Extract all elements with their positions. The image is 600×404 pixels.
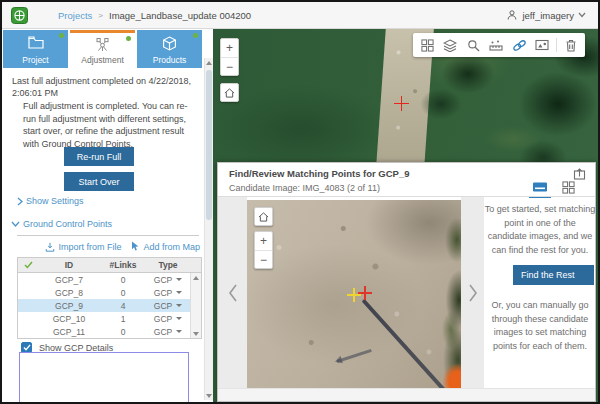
type-dropdown[interactable]: GCP [146,327,190,337]
breadcrumb: Projects > Image_Landbase_update 004200 [58,10,251,21]
cursor-icon [131,241,140,252]
layers-icon[interactable] [441,36,459,54]
app-window: Projects > Image_Landbase_update 004200 … [0,0,600,404]
col-id: ID [38,260,100,270]
gcp-section-toggle[interactable]: Ground Control Points [11,219,112,229]
tab-products-label: Products [137,55,202,65]
gcp-table-header: ID #Links Type [18,258,201,273]
table-row[interactable]: GCP_80 GCP [18,286,201,299]
type-dropdown[interactable]: GCP [146,314,190,324]
show-settings-label: Show Settings [26,196,84,206]
table-row-selected[interactable]: GCP_94 GCP [18,299,201,312]
table-row[interactable]: GCP_110 GCP [18,325,201,338]
arrow-shadow [337,349,372,363]
scroll-down-arrow[interactable] [205,391,213,400]
col-type: Type [146,260,190,270]
image-home-button[interactable] [254,207,273,226]
type-dropdown[interactable]: GCP [146,301,190,311]
table-row[interactable]: GCP_70 GCP [18,273,201,286]
panel-scrollbar[interactable] [204,58,213,400]
instructions-column: To get started, set matching point in on… [484,203,596,257]
scroll-up-arrow[interactable] [205,58,213,67]
panel-title: Find/Review Matching Points for GCP_9 [229,168,410,179]
gcp-table: ID #Links Type GCP_70 GCP GCP_80 GCP GCP… [17,257,202,339]
home-icon [224,88,235,98]
view-toggles [531,179,577,195]
panel-tabs: Project Adjustment [3,30,202,68]
status-dot [193,33,198,38]
candidate-image[interactable]: + − [247,200,461,390]
tab-project-label: Project [3,55,68,65]
col-links: #Links [100,260,146,270]
table-scrollbar[interactable] [190,273,201,338]
rerun-full-button[interactable]: Re-run Full [64,147,134,166]
browse-images-icon[interactable] [418,36,436,54]
tab-products[interactable]: Products [137,30,202,68]
panel-footer [218,388,595,401]
gcp-links-icon[interactable] [510,36,528,54]
tab-project[interactable]: Project [3,30,68,68]
find-the-rest-button[interactable]: Find the Rest [513,265,594,285]
tab-adjustment-label: Adjustment [70,55,135,65]
import-from-file-link[interactable]: Import from File [45,241,121,252]
image-vegetation [431,200,461,390]
table-row[interactable]: GCP_101 GCP [18,312,201,325]
dropdown-caret-icon [176,330,182,333]
user-menu[interactable]: jeff_imagery [506,9,586,21]
home-icon [258,212,269,222]
toolbar-separator [556,38,557,52]
show-settings-link[interactable]: Show Settings [17,196,84,206]
esri-logo[interactable] [11,7,28,24]
zoom-in-button[interactable]: + [221,39,238,57]
gcp-photo-placeholder [19,352,189,404]
dropdown-caret-icon [176,291,182,294]
tab-adjustment[interactable]: Adjustment [70,30,135,68]
project-title: Image_Landbase_update 004200 [109,10,251,21]
single-image-view-toggle[interactable] [531,179,549,195]
adjustment-status: Last full adjustment completed on 4/22/2… [12,75,204,99]
image-enhancement-icon[interactable] [533,36,551,54]
zoom-in-button[interactable]: + [255,232,272,250]
dropdown-caret-icon [176,278,182,281]
zoom-out-button[interactable]: − [221,57,238,75]
zoom-out-button[interactable]: − [255,250,272,268]
section-divider [17,235,199,236]
next-image-button[interactable] [461,197,484,388]
scroll-down-arrow[interactable] [191,329,201,338]
scrollbar-thumb[interactable] [206,70,212,220]
manual-text: Or, you can manually go through these ca… [484,299,596,353]
candidate-image-label: Candidate Image: IMG_4083 (2 of 11) [229,183,380,193]
delete-icon[interactable] [562,36,580,54]
adjustment-description: Full adjustment is completed. You can re… [23,100,199,150]
intro-text: To get started, set matching point in on… [484,203,596,257]
gcp-point-marker [358,286,372,300]
adjustment-panel: Project Adjustment [2,29,213,402]
show-gcp-details-label: Show GCP Details [39,343,113,353]
image-orange-object [443,364,461,390]
home-extent-button[interactable] [220,83,239,102]
top-bar: Projects > Image_Landbase_update 004200 … [2,2,598,29]
measure-icon[interactable] [487,36,505,54]
dropdown-caret-icon [176,304,182,307]
check-icon [18,261,38,269]
scroll-up-arrow[interactable] [191,273,201,282]
chevron-down-icon [11,221,20,227]
chevron-right-icon [17,197,23,206]
search-icon[interactable] [464,36,482,54]
grid-view-toggle[interactable] [559,179,577,195]
import-icon [45,242,55,252]
chevron-down-icon [578,12,586,18]
breadcrumb-separator: > [98,11,103,20]
type-dropdown[interactable]: GCP [146,288,190,298]
gcp-section-label: Ground Control Points [23,219,112,229]
chevron-right-icon [467,283,479,303]
panel-divider [218,196,595,197]
gcp-marker [394,96,409,111]
add-from-map-link[interactable]: Add from Map [131,241,200,252]
folder-icon [3,36,68,49]
breadcrumb-projects-link[interactable]: Projects [58,10,92,21]
type-dropdown[interactable]: GCP [146,275,190,285]
user-name: jeff_imagery [522,10,574,21]
previous-image-button[interactable] [218,197,247,388]
start-over-button[interactable]: Start Over [64,172,134,191]
